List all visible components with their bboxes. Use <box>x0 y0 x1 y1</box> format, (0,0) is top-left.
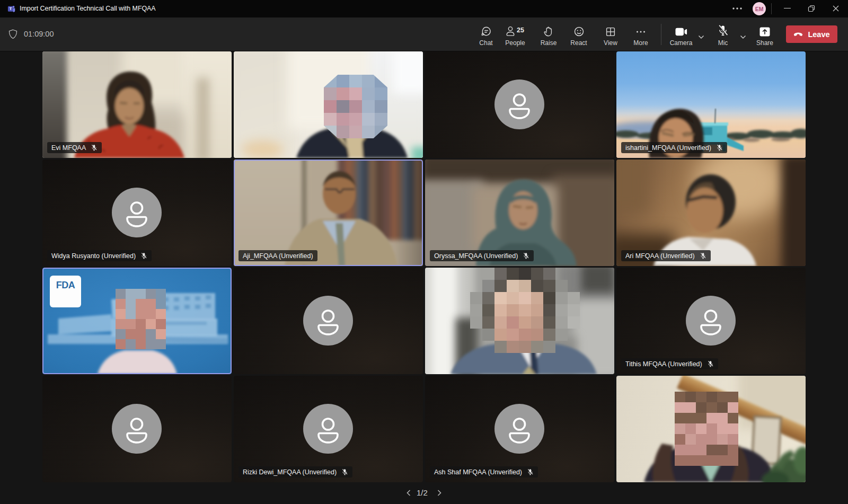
svg-text:T: T <box>9 6 12 11</box>
svg-text:25: 25 <box>517 26 524 34</box>
